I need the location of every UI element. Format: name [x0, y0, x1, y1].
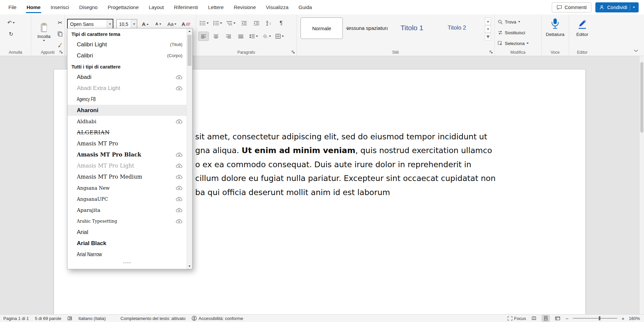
tab-disegno[interactable]: Disegno: [74, 0, 103, 14]
paste-button[interactable]: Incolla: [35, 18, 53, 46]
editor-button[interactable]: Editor: [569, 18, 596, 37]
replace-button[interactable]: Sostituisci: [498, 29, 525, 36]
find-button[interactable]: Trova: [498, 18, 520, 26]
font-option[interactable]: ALGERIAN: [67, 127, 186, 138]
font-size-combo[interactable]: 10,5: [116, 19, 137, 29]
font-name-combo[interactable]: Open Sans: [67, 19, 113, 29]
font-option[interactable]: Calibri(Corpo): [67, 50, 186, 61]
font-option[interactable]: Aparajita: [67, 204, 186, 216]
document-scrollbar-thumb[interactable]: [640, 62, 643, 133]
increase-indent-button[interactable]: [251, 19, 261, 28]
style-card-3[interactable]: Titolo 2: [436, 17, 478, 38]
comments-button[interactable]: Commenti: [552, 2, 591, 12]
change-case-button[interactable]: Aa: [166, 20, 177, 29]
focus-mode-button[interactable]: Focus: [507, 316, 526, 321]
decrease-indent-button[interactable]: [239, 19, 249, 28]
language-indicator[interactable]: Italiano (Italia): [78, 316, 106, 321]
sort-button[interactable]: A Z ↓: [264, 19, 274, 28]
font-name-dropdown-button[interactable]: [107, 19, 113, 29]
copy-button[interactable]: [55, 30, 65, 38]
font-option[interactable]: Amasis MT Pro Medium: [67, 171, 186, 182]
font-name: Angsana New: [77, 185, 110, 191]
document-scrollbar[interactable]: [639, 56, 644, 315]
print-layout-button[interactable]: [542, 315, 549, 321]
tab-riferimenti[interactable]: Riferimenti: [169, 0, 203, 14]
collapse-ribbon-button[interactable]: [633, 48, 639, 53]
borders-button[interactable]: [274, 32, 285, 41]
line-spacing-button[interactable]: [248, 32, 259, 41]
gallery-more-button[interactable]: [485, 33, 491, 41]
tab-guida[interactable]: Guida: [293, 0, 317, 14]
tab-visualizza[interactable]: Visualizza: [261, 0, 293, 14]
font-option[interactable]: Arial Black: [67, 238, 186, 249]
gallery-down-button[interactable]: [485, 25, 491, 33]
font-option[interactable]: Arabic Typesetting: [67, 216, 186, 227]
tab-file[interactable]: File: [3, 0, 21, 14]
align-center-button[interactable]: [211, 32, 221, 41]
cut-button[interactable]: ✂: [55, 18, 65, 27]
word-count[interactable]: 5 di 69 parole: [35, 316, 61, 321]
format-painter-button[interactable]: [55, 41, 65, 49]
font-dropdown-body: Tipi di carattere tema Calibri Light(Tit…: [67, 29, 186, 269]
font-option[interactable]: Angsana New: [67, 182, 186, 193]
proofing-status[interactable]: [67, 316, 72, 321]
align-left-button[interactable]: [199, 32, 209, 41]
font-option[interactable]: Aldhabi: [67, 116, 186, 127]
bullets-button[interactable]: [199, 19, 210, 28]
select-button[interactable]: Seleziona: [498, 40, 529, 47]
read-mode-button[interactable]: [530, 315, 538, 321]
dropdown-scrollbar[interactable]: [186, 29, 192, 269]
chevron-down-icon: [220, 22, 222, 24]
gallery-up-button[interactable]: [485, 17, 491, 25]
dictate-button[interactable]: Dettatura: [541, 18, 569, 37]
justify-button[interactable]: [236, 32, 246, 41]
style-card-1[interactable]: Nessuna spaziatura: [346, 17, 388, 38]
zoom-slider[interactable]: [573, 318, 617, 319]
font-option[interactable]: Amasis MT Pro Black: [67, 149, 186, 160]
tab-revisione[interactable]: Revisione: [229, 0, 261, 14]
style-card-2[interactable]: Titolo 1: [391, 17, 433, 38]
font-option[interactable]: Calibri Light(Titoli): [67, 39, 186, 50]
font-size-dropdown-button[interactable]: [131, 19, 137, 29]
show-formatting-button[interactable]: ¶: [276, 19, 286, 28]
font-option[interactable]: AngsanaUPC: [67, 193, 186, 204]
shading-button[interactable]: [261, 32, 272, 41]
dropdown-resize-handle[interactable]: [67, 260, 186, 265]
group-label-editor: Editor: [569, 50, 596, 55]
align-right-button[interactable]: [223, 32, 233, 41]
font-option[interactable]: Abadi Extra Light: [67, 83, 186, 94]
style-card-0[interactable]: Normale: [301, 17, 343, 39]
zoom-out-button[interactable]: −: [566, 316, 569, 321]
font-option[interactable]: Amasis MT Pro Light: [67, 160, 186, 171]
page-indicator[interactable]: Pagina 1 di 1: [3, 316, 29, 321]
font-option[interactable]: Arial Narrow: [67, 249, 186, 260]
redo-button[interactable]: ↻: [6, 30, 16, 39]
undo-button[interactable]: ↶: [6, 18, 16, 27]
scroll-down-button[interactable]: [187, 264, 192, 269]
font-option[interactable]: Abadi: [67, 72, 186, 83]
tab-inserisci[interactable]: Inserisci: [46, 0, 74, 14]
tab-home[interactable]: Home: [21, 0, 46, 14]
zoom-level[interactable]: 160%: [629, 316, 640, 321]
clear-formatting-button[interactable]: A: [180, 20, 191, 29]
text-prediction-indicator[interactable]: Completamento del testo: attivato: [120, 316, 185, 321]
zoom-in-button[interactable]: +: [622, 316, 625, 321]
font-option[interactable]: Aharoni: [67, 105, 186, 116]
web-layout-button[interactable]: [554, 315, 561, 321]
dropdown-scrollbar-thumb[interactable]: [187, 35, 192, 66]
share-button[interactable]: Condividi: [595, 2, 639, 12]
tab-lettere[interactable]: Lettere: [203, 0, 229, 14]
scroll-up-button[interactable]: [187, 29, 192, 34]
zoom-slider-thumb[interactable]: [599, 316, 600, 320]
font-option[interactable]: Amasis MT Pro: [67, 138, 186, 149]
tab-progettazione[interactable]: Progettazione: [103, 0, 144, 14]
numbering-button[interactable]: [212, 19, 223, 28]
accessibility-status[interactable]: Accessibilità: conforme: [192, 316, 243, 321]
multilevel-list-button[interactable]: [225, 19, 236, 28]
font-name: Amasis MT Pro Light: [77, 163, 134, 169]
tab-layout[interactable]: Layout: [144, 0, 169, 14]
font-option[interactable]: Agency FB: [67, 94, 186, 105]
font-option[interactable]: Arial: [67, 227, 186, 238]
grow-font-button[interactable]: A: [140, 20, 150, 29]
shrink-font-button[interactable]: A: [153, 20, 163, 29]
